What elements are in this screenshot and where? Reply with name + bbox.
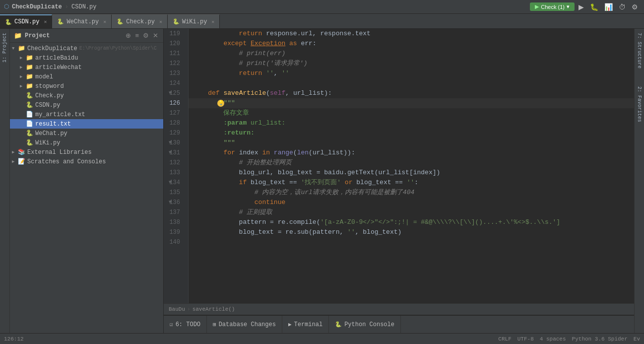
ln-137: 137 xyxy=(164,207,184,217)
sidebar-item-wikipy[interactable]: 🐍 WiKi.py xyxy=(10,138,163,147)
ln-132: 132 xyxy=(164,158,184,168)
ln-140: 140 xyxy=(164,237,184,247)
code-line-138: pattern = re.compile('[a-zA-Z0-9</>"</>"… xyxy=(189,217,634,227)
ln-126: 126 xyxy=(164,98,184,108)
coverage-button[interactable]: 📊 xyxy=(602,2,615,12)
dbchanges-icon: ⊞ xyxy=(213,321,216,328)
event-value: Ev xyxy=(634,336,640,342)
scratches-arrow: ▶ xyxy=(12,159,18,164)
status-indent[interactable]: 4 spaces xyxy=(540,336,566,342)
ln-129: 129 xyxy=(164,128,184,138)
terminal-icon: ▶ xyxy=(288,321,292,328)
articlebaidu-label: articleBaidu xyxy=(35,55,78,62)
tab-check-icon: 🐍 xyxy=(117,18,124,25)
code-line-134: if blog_text == '找不到页面' or blog_text == … xyxy=(189,178,634,188)
code-line-128: :param url_list: xyxy=(189,118,634,128)
sidebar-collapse-button[interactable]: ≡ xyxy=(134,31,140,40)
title-bar: ⬡ CheckDuplicate › CSDN.py ▶ Check (1) ▾… xyxy=(0,0,644,14)
model-icon: 📁 xyxy=(26,73,33,80)
tab-wiki[interactable]: 🐍 WiKi.py ✕ xyxy=(168,14,220,28)
code-line-120: except Exception as err: xyxy=(189,39,634,49)
project-panel-label[interactable]: 1: Project xyxy=(2,29,7,67)
app-logo: ⬡ xyxy=(4,3,9,10)
sidebar-item-model[interactable]: ▶ 📁 model xyxy=(10,72,163,81)
run-play-button[interactable]: ▶ xyxy=(577,2,586,12)
code-line-123: return '', '' xyxy=(189,69,634,78)
settings-button[interactable]: ⚙ xyxy=(630,2,640,12)
sidebar-item-resulttxt[interactable]: 📄 result.txt xyxy=(10,119,163,129)
sidebar-item-articlewechat[interactable]: ▶ 📁 articleWechat xyxy=(10,63,163,72)
sidebar-close-button[interactable]: ✕ xyxy=(152,31,159,40)
code-content[interactable]: return response.url, response.text excep… xyxy=(189,29,634,303)
ln-123: 123 xyxy=(164,69,184,78)
run-button[interactable]: ▶ Check (1) ▾ xyxy=(530,2,575,11)
bottom-tab-pyconsole[interactable]: 🐍 Python Console xyxy=(329,316,401,334)
status-bar: 126:12 CRLF UTF-8 4 spaces Python 3.6 Sp… xyxy=(0,333,644,344)
position-value: 126:12 xyxy=(4,336,24,342)
tab-wiki-close[interactable]: ✕ xyxy=(211,19,214,25)
breadcrumb-separator: › xyxy=(187,306,191,312)
ln-121: 121 xyxy=(164,49,184,59)
resulttxt-label: result.txt xyxy=(35,121,71,128)
todo-icon: ☑ xyxy=(170,321,173,328)
sidebar-item-checkpy[interactable]: 🐍 Check.py xyxy=(10,91,163,100)
tab-csdn-close[interactable]: ✕ xyxy=(44,19,47,25)
status-interpreter[interactable]: Python 3.6 Spider xyxy=(572,336,628,342)
favorites-panel-label[interactable]: 2: Favorites xyxy=(637,82,642,126)
ln-124: 124 xyxy=(164,78,184,88)
tab-wiki-icon: 🐍 xyxy=(173,18,180,25)
pyconsole-icon: 🐍 xyxy=(335,321,342,328)
ln-128: 128 xyxy=(164,118,184,128)
structure-panel-label[interactable]: 7: Structure xyxy=(637,29,642,72)
bottom-tab-todo[interactable]: ☑ 6: TODO xyxy=(164,316,207,334)
tab-check-label: Check.py xyxy=(126,18,155,25)
code-line-124 xyxy=(189,78,634,88)
code-line-133: blog_url, blog_text = baidu.getText(url_… xyxy=(189,168,634,178)
bottom-tab-terminal[interactable]: ▶ Terminal xyxy=(282,316,329,334)
tab-check[interactable]: 🐍 Check.py ✕ xyxy=(112,14,168,28)
sidebar-item-csdnpy[interactable]: 🐍 CSDN.py xyxy=(10,100,163,110)
yellow-dot: 💡 xyxy=(217,100,224,107)
checkpy-label: Check.py xyxy=(35,92,64,99)
project-name: CheckDuplicate xyxy=(12,3,62,10)
sidebar-header: 📁 Project ⊕ ≡ ⚙ ✕ xyxy=(10,29,163,43)
sidebar-item-root[interactable]: ▼ 📁 CheckDuplicate E:\Program\Python\Spi… xyxy=(10,44,163,53)
code-line-131: for index in range(len(url_list)): xyxy=(189,148,634,158)
sidebar-header-icons: ⊕ ≡ ⚙ ✕ xyxy=(125,31,159,40)
sidebar-project-title: Project xyxy=(25,32,122,39)
tab-wechat[interactable]: 🐍 WeChat.py ✕ xyxy=(52,14,112,28)
root-folder-icon: 📁 xyxy=(18,45,25,52)
sidebar-item-stopword[interactable]: ▶ 📁 stopword xyxy=(10,81,163,91)
line-numbers: 119 120 121 122 123 124 ▼ 125 126 127 12… xyxy=(164,29,189,303)
sidebar-item-extlibs[interactable]: ▶ 📚 External Libraries xyxy=(10,147,163,157)
title-sep: › xyxy=(65,3,68,10)
code-line-126: 💡 """ xyxy=(189,98,634,108)
tab-wiki-label: WiKi.py xyxy=(182,18,207,25)
bottom-tab-dbchanges[interactable]: ⊞ Database Changes xyxy=(207,316,282,334)
root-label: CheckDuplicate xyxy=(27,45,77,52)
profile-button[interactable]: ⏱ xyxy=(617,2,628,12)
pyconsole-label: Python Console xyxy=(344,321,394,328)
tab-check-close[interactable]: ✕ xyxy=(159,19,162,25)
debug-button[interactable]: 🐛 xyxy=(588,2,600,12)
sidebar-item-myarticle[interactable]: 📄 my_article.txt xyxy=(10,110,163,119)
articlewechat-arrow: ▶ xyxy=(20,65,26,70)
ln-135: 135 xyxy=(164,188,184,198)
sidebar-add-button[interactable]: ⊕ xyxy=(125,31,132,40)
sidebar-item-scratches[interactable]: ▶ 📝 Scratches and Consoles xyxy=(10,157,163,166)
tab-wechat-label: WeChat.py xyxy=(66,18,99,25)
status-encoding[interactable]: UTF-8 xyxy=(517,336,534,342)
breadcrumb-part1: BauDu xyxy=(169,306,185,312)
dbchanges-label: Database Changes xyxy=(219,321,276,328)
code-editor[interactable]: 119 120 121 122 123 124 ▼ 125 126 127 12… xyxy=(164,29,634,303)
wikipy-icon: 🐍 xyxy=(26,139,33,146)
tab-wechat-close[interactable]: ✕ xyxy=(103,19,106,25)
sidebar-item-articlebaidu[interactable]: ▶ 📁 articleBaidu xyxy=(10,53,163,63)
tab-csdn[interactable]: 🐍 CSDN.py ✕ xyxy=(0,14,52,28)
status-lineending[interactable]: CRLF xyxy=(498,336,511,342)
ln-122: 122 xyxy=(164,59,184,69)
sidebar-settings-button[interactable]: ⚙ xyxy=(142,31,150,40)
tab-wechat-icon: 🐍 xyxy=(57,18,64,25)
sidebar-item-wechatpy[interactable]: 🐍 WeChat.py xyxy=(10,129,163,138)
run-label: Check (1) xyxy=(541,4,565,10)
